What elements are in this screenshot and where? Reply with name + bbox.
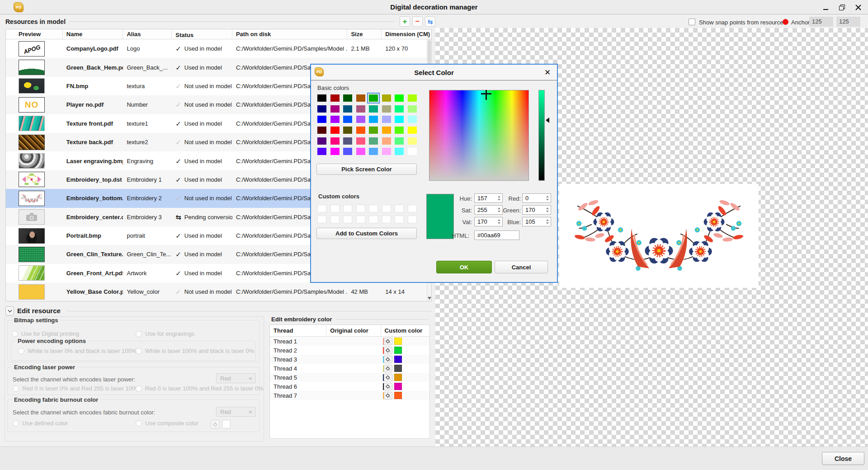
thread-row[interactable]: Thread 4 (270, 364, 429, 373)
radio-white-100-black-0[interactable]: White is laser 100% and black is laser 0… (136, 348, 254, 354)
basic-color-swatch[interactable] (382, 127, 391, 134)
radio-red0-laser0[interactable]: Red 0 is laser 0% and Red 255 is laser 1… (13, 385, 141, 392)
basic-color-swatch[interactable] (382, 105, 391, 113)
embroidery-design[interactable] (559, 184, 759, 288)
basic-color-swatch[interactable] (395, 127, 404, 134)
custom-color-swatch[interactable] (395, 216, 404, 223)
basic-color-swatch[interactable] (330, 137, 340, 145)
dialog-titlebar[interactable]: PD Select Color ✕ (311, 65, 557, 80)
col-preview[interactable]: Preview (6, 29, 63, 39)
basic-color-swatch[interactable] (369, 148, 378, 155)
edit-resource-collapse-button[interactable] (5, 306, 14, 315)
basic-color-swatch[interactable] (408, 148, 417, 155)
radio-use-digital-printing[interactable]: Use for Digital printing (12, 330, 79, 337)
thread-row[interactable]: Thread 1 (270, 337, 429, 346)
thread-color-picker-button[interactable] (384, 374, 392, 381)
col-path[interactable]: Path on disk (232, 29, 347, 39)
value-slider[interactable] (538, 90, 545, 181)
custom-color-swatch[interactable] (394, 365, 402, 372)
basic-color-swatch[interactable] (408, 105, 417, 113)
red-field[interactable]: 0 (522, 193, 551, 203)
basic-color-swatch[interactable] (408, 116, 417, 123)
custom-color-swatch[interactable] (394, 338, 402, 345)
thread-row[interactable]: Thread 5 (270, 373, 429, 382)
custom-color-swatch[interactable] (356, 216, 365, 223)
col-alias[interactable]: Alias (123, 29, 172, 39)
thread-color-picker-button[interactable] (384, 347, 392, 354)
table-row[interactable]: APOGCompanyLogo.pdfLogo✓Used in modelC:/… (6, 39, 431, 58)
basic-color-swatch[interactable] (317, 116, 326, 123)
custom-color-swatch[interactable] (394, 347, 402, 354)
basic-color-swatch[interactable] (317, 127, 326, 134)
laser-channel-select[interactable]: Red (216, 373, 256, 383)
thread-color-picker-button[interactable] (384, 365, 392, 372)
close-button[interactable]: Close (822, 452, 864, 465)
basic-color-swatch[interactable] (356, 148, 365, 155)
basic-color-swatch[interactable] (330, 127, 340, 134)
custom-color-swatch[interactable] (330, 205, 340, 212)
thread-row[interactable]: Thread 6 (270, 382, 429, 391)
add-resource-button[interactable]: + (400, 16, 410, 27)
thread-color-picker-button[interactable] (384, 383, 392, 390)
basic-color-swatch[interactable] (317, 148, 326, 155)
basic-color-swatch[interactable] (356, 116, 365, 123)
basic-color-swatch[interactable] (369, 105, 378, 113)
burnout-color-picker-button[interactable] (211, 420, 220, 428)
color-crosshair[interactable] (486, 90, 487, 100)
burnout-color-swatch[interactable] (222, 420, 231, 428)
custom-color-swatch[interactable] (394, 374, 402, 381)
basic-color-swatch[interactable] (343, 137, 352, 145)
cancel-button[interactable]: Cancel (495, 261, 548, 273)
col-name[interactable]: Name (63, 29, 123, 39)
thread-color-picker-button[interactable] (384, 338, 392, 345)
basic-color-swatch[interactable] (369, 94, 378, 102)
custom-color-swatch[interactable] (408, 205, 417, 212)
radio-use-defined-color[interactable]: Use defined color (13, 420, 68, 427)
custom-color-swatch[interactable] (394, 356, 402, 363)
basic-color-swatch[interactable] (408, 137, 417, 145)
basic-color-swatch[interactable] (343, 127, 352, 134)
convert-resource-button[interactable]: ⇆ (425, 16, 435, 27)
basic-color-swatch[interactable] (369, 127, 378, 134)
basic-color-swatch[interactable] (408, 94, 417, 102)
custom-color-swatch[interactable] (343, 205, 352, 212)
basic-color-swatch[interactable] (382, 94, 391, 102)
thread-row[interactable]: Thread 7 (270, 391, 429, 400)
basic-color-swatch[interactable] (343, 116, 352, 123)
basic-color-swatch[interactable] (356, 105, 365, 113)
anchor-y-field[interactable]: 125 (836, 17, 860, 27)
anchor-x-field[interactable]: 125 (809, 17, 833, 27)
custom-color-swatch[interactable] (356, 205, 365, 212)
basic-color-swatch[interactable] (395, 116, 404, 123)
basic-color-swatch[interactable] (408, 127, 417, 134)
basic-color-swatch[interactable] (343, 105, 352, 113)
burnout-channel-select[interactable]: Red (216, 407, 256, 417)
col-status[interactable]: Status (172, 29, 232, 39)
basic-color-swatch[interactable] (369, 137, 378, 145)
custom-color-swatch[interactable] (394, 392, 402, 399)
radio-use-composite-color[interactable]: Use composite color (136, 420, 198, 427)
custom-color-swatch[interactable] (369, 205, 378, 212)
radio-white-0-black-100[interactable]: White is laser 0% and black is laser 100… (18, 348, 137, 354)
basic-color-swatch[interactable] (330, 105, 340, 113)
custom-color-swatch[interactable] (382, 205, 391, 212)
basic-color-swatch[interactable] (382, 148, 391, 155)
basic-color-swatch[interactable] (317, 137, 326, 145)
basic-color-swatch[interactable] (395, 148, 404, 155)
hue-saturation-field[interactable] (429, 90, 529, 181)
radio-red0-laser100[interactable]: Red 0 is laser 100% and Red 255 is laser… (136, 385, 264, 392)
thread-row[interactable]: Thread 2 (270, 346, 429, 355)
custom-color-swatch[interactable] (408, 216, 417, 223)
basic-color-swatch[interactable] (343, 94, 352, 102)
green-field[interactable]: 170 (522, 205, 551, 215)
scroll-down-icon[interactable] (428, 297, 431, 300)
basic-color-swatch[interactable] (395, 94, 404, 102)
radio-use-engravings[interactable]: Use for engravings (136, 330, 194, 337)
custom-color-swatch[interactable] (395, 205, 404, 212)
basic-color-swatch[interactable] (317, 105, 326, 113)
custom-color-swatch[interactable] (394, 383, 402, 390)
col-dimension[interactable]: Dimension (CM) (382, 29, 431, 39)
custom-color-swatch[interactable] (382, 216, 391, 223)
custom-color-swatch[interactable] (317, 216, 326, 223)
basic-color-swatch[interactable] (356, 137, 365, 145)
